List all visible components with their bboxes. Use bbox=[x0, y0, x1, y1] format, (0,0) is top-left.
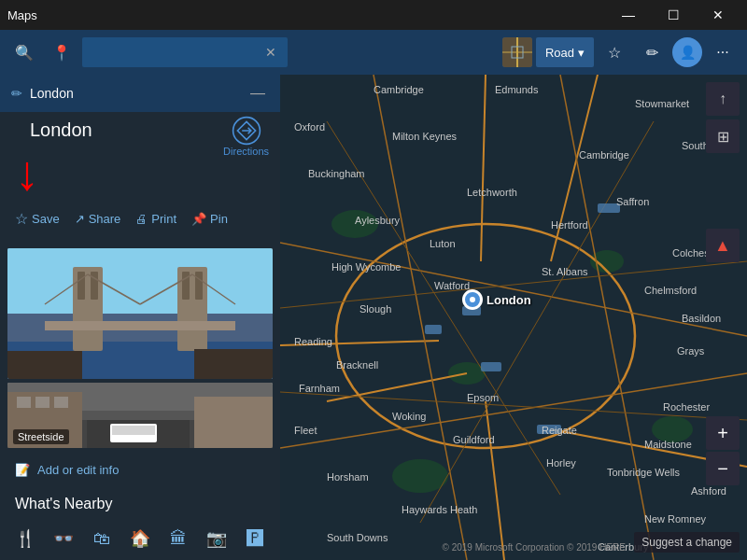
map-toolbar: ↑ ⊞ bbox=[706, 82, 740, 153]
svg-point-34 bbox=[331, 210, 378, 238]
svg-rect-28 bbox=[17, 397, 31, 408]
location-icon[interactable]: 📍 bbox=[45, 35, 78, 69]
svg-rect-14 bbox=[195, 272, 203, 300]
svg-rect-33 bbox=[280, 75, 747, 560]
nearby-icons-row: 🍴 👓 🛍 🏠 🏛 📷 🅿 bbox=[0, 520, 280, 560]
svg-rect-21 bbox=[194, 349, 273, 379]
svg-rect-15 bbox=[45, 321, 235, 330]
svg-rect-58 bbox=[537, 425, 561, 434]
add-edit-button[interactable]: 📝 Add or edit info bbox=[0, 455, 280, 484]
road-view-button[interactable]: Road ▾ bbox=[536, 37, 594, 67]
copyright-text: © 2019 Microsoft Corporation © 2019 HERE bbox=[443, 542, 627, 553]
nearby-food-icon[interactable]: 🍴 bbox=[7, 520, 42, 557]
main-photo[interactable] bbox=[7, 248, 273, 379]
place-header: London Directions ↓ bbox=[0, 112, 280, 201]
map-background bbox=[280, 75, 747, 560]
directions-label: Directions bbox=[223, 146, 269, 157]
window-controls: — ☐ ✕ bbox=[607, 0, 740, 30]
sidebar-header-title: London bbox=[30, 86, 239, 101]
place-name: London bbox=[15, 108, 107, 144]
svg-rect-27 bbox=[194, 397, 273, 448]
svg-point-37 bbox=[652, 416, 693, 442]
app-bar-right: Road ▾ ☆ ✏ 👤 ··· bbox=[502, 35, 740, 69]
map-layer-button[interactable]: ⊞ bbox=[706, 119, 740, 153]
pin-label: Pin bbox=[210, 212, 228, 226]
nearby-arts-icon[interactable]: 🏛 bbox=[162, 520, 196, 557]
main-content: ✏ London — London Directions ↓ bbox=[0, 75, 747, 560]
save-button[interactable]: ☆ Save bbox=[7, 204, 67, 233]
svg-rect-29 bbox=[35, 397, 49, 408]
road-map-thumbnail[interactable] bbox=[502, 37, 532, 67]
sidebar-header: ✏ London — bbox=[0, 75, 280, 112]
nearby-sights-icon[interactable]: 👓 bbox=[46, 520, 80, 557]
zoom-in-button[interactable]: + bbox=[706, 416, 740, 450]
title-bar: Maps — ☐ ✕ bbox=[0, 0, 747, 30]
star-icon: ☆ bbox=[15, 210, 28, 228]
favorites-icon[interactable]: ☆ bbox=[598, 35, 631, 69]
red-arrow-icon: ↓ bbox=[15, 148, 39, 197]
directions-icon[interactable]: ✏ bbox=[635, 35, 669, 69]
svg-rect-57 bbox=[481, 362, 501, 371]
share-button[interactable]: ↗ Share bbox=[67, 206, 129, 231]
pin-button[interactable]: 📌 Pin bbox=[184, 206, 235, 231]
search-input[interactable]: London bbox=[90, 45, 261, 60]
print-button[interactable]: 🖨 Print bbox=[128, 206, 184, 231]
action-row: ☆ Save ↗ Share 🖨 Print 📌 Pin bbox=[0, 201, 280, 245]
svg-point-38 bbox=[392, 459, 448, 493]
sidebar: ✏ London — London Directions ↓ bbox=[0, 75, 280, 560]
zoom-controls: + − bbox=[706, 416, 740, 485]
avatar[interactable]: 👤 bbox=[672, 37, 702, 67]
svg-rect-13 bbox=[182, 272, 190, 300]
nearby-shopping-icon[interactable]: 🛍 bbox=[84, 520, 119, 557]
maximize-button[interactable]: ☐ bbox=[652, 0, 695, 30]
nearby-lodging-icon[interactable]: 🏠 bbox=[122, 520, 157, 557]
svg-rect-32 bbox=[112, 426, 155, 435]
whats-nearby-title: What's Nearby bbox=[0, 484, 280, 520]
svg-rect-10 bbox=[78, 272, 85, 300]
map-area: Cambridge Edmunds Stowmarket Oxford Milt… bbox=[280, 75, 747, 560]
place-header-row: London Directions bbox=[0, 112, 280, 148]
svg-rect-56 bbox=[425, 325, 442, 334]
sidebar-minimize-button[interactable]: — bbox=[247, 85, 269, 102]
svg-rect-30 bbox=[54, 397, 68, 408]
pin-icon: 📌 bbox=[191, 212, 206, 226]
chevron-down-icon: ▾ bbox=[578, 46, 585, 60]
share-label: Share bbox=[89, 212, 121, 226]
svg-rect-9 bbox=[73, 267, 103, 351]
share-icon: ↗ bbox=[75, 212, 85, 226]
pin-marker bbox=[462, 289, 483, 310]
search-icon[interactable]: 🔍 bbox=[7, 35, 41, 69]
suggest-change-button[interactable]: Suggest a change bbox=[634, 532, 740, 553]
street-photo[interactable]: Streetside bbox=[7, 383, 273, 448]
svg-rect-11 bbox=[91, 272, 98, 300]
compass: ▲ bbox=[706, 229, 740, 262]
road-label: Road bbox=[545, 46, 574, 60]
print-icon: 🖨 bbox=[135, 212, 148, 226]
edit-icon: ✏ bbox=[11, 86, 22, 101]
more-options-icon[interactable]: ··· bbox=[706, 35, 740, 69]
app-title: Maps bbox=[7, 8, 37, 22]
nearby-parking-icon[interactable]: 🅿 bbox=[238, 520, 273, 557]
zoom-out-button[interactable]: − bbox=[706, 452, 740, 485]
streetside-label: Streetside bbox=[13, 429, 69, 444]
svg-rect-54 bbox=[598, 203, 620, 213]
print-label: Print bbox=[151, 212, 176, 226]
london-pin-label: London bbox=[486, 293, 531, 307]
add-edit-label: Add or edit info bbox=[37, 463, 119, 477]
compass-reset-button[interactable]: ↑ bbox=[706, 82, 740, 116]
app-bar: 🔍 📍 London ✕ Road ▾ ☆ ✏ 👤 ··· bbox=[0, 30, 747, 75]
directions-button[interactable]: Directions bbox=[223, 116, 269, 157]
pin-dot bbox=[470, 297, 475, 302]
svg-rect-12 bbox=[177, 267, 207, 351]
close-button[interactable]: ✕ bbox=[697, 0, 740, 30]
nearby-camera-icon[interactable]: 📷 bbox=[200, 520, 234, 557]
photos-section: Streetside bbox=[0, 245, 280, 455]
save-label: Save bbox=[32, 212, 60, 226]
search-clear-icon[interactable]: ✕ bbox=[261, 45, 280, 60]
minimize-button[interactable]: — bbox=[607, 0, 650, 30]
search-box[interactable]: London ✕ bbox=[82, 37, 288, 67]
london-pin[interactable]: London bbox=[462, 289, 531, 310]
add-edit-icon: 📝 bbox=[15, 463, 30, 477]
svg-rect-20 bbox=[7, 351, 82, 379]
